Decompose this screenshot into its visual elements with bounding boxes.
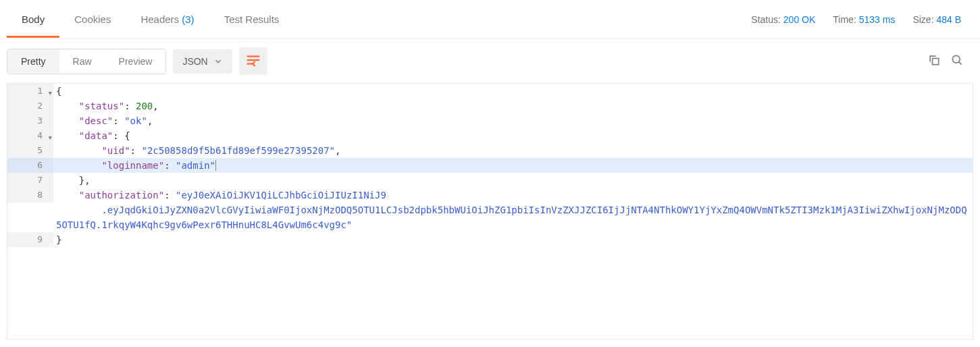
- status-value[interactable]: 200 OK: [783, 14, 815, 25]
- format-select[interactable]: JSON: [173, 49, 232, 74]
- status-label: Status:: [751, 14, 781, 25]
- size-label: Size:: [912, 14, 933, 25]
- code-content: }: [53, 232, 973, 247]
- tab-test-results[interactable]: Test Results: [209, 1, 294, 37]
- line-number: 2: [7, 99, 53, 113]
- tab-headers-label: Headers: [140, 14, 179, 25]
- line-number: 1▼: [7, 84, 53, 99]
- line-number: 3: [7, 113, 53, 128]
- format-select-label: JSON: [182, 56, 207, 67]
- time-label: Time:: [833, 14, 856, 25]
- code-content: "authorization": "eyJ0eXAiOiJKV1QiLCJhbG…: [53, 188, 973, 232]
- response-tabs-row: Body Cookies Headers (3) Test Results St…: [0, 0, 980, 39]
- search-button[interactable]: [950, 53, 964, 69]
- size-value[interactable]: 484 B: [936, 14, 961, 25]
- wrap-icon: [246, 53, 261, 68]
- code-content: },: [53, 173, 973, 188]
- view-raw-button[interactable]: Raw: [59, 49, 105, 74]
- code-content: "data": {: [53, 128, 973, 143]
- svg-line-5: [959, 62, 962, 65]
- body-toolbar: Pretty Raw Preview JSON: [0, 39, 980, 80]
- line-number: 9: [7, 232, 53, 247]
- time-block: Time: 5133 ms: [833, 14, 895, 25]
- time-value[interactable]: 5133 ms: [859, 14, 896, 25]
- code-content: "status": 200,: [53, 99, 973, 113]
- code-content: "desc": "ok",: [53, 113, 973, 128]
- line-number: 8: [7, 188, 53, 203]
- tab-body[interactable]: Body: [7, 1, 59, 37]
- tab-cookies[interactable]: Cookies: [59, 1, 126, 37]
- line-number: 7: [7, 173, 53, 188]
- status-block: Status: 200 OK: [751, 14, 815, 25]
- tab-headers-count: (3): [182, 14, 194, 25]
- response-meta: Status: 200 OK Time: 5133 ms Size: 484 B: [751, 14, 973, 25]
- view-mode-group: Pretty Raw Preview: [7, 49, 166, 74]
- response-body-editor[interactable]: 1▼ { 2 "status": 200, 3 "desc": "ok", 4▼…: [7, 83, 973, 340]
- line-number: 6: [7, 158, 53, 173]
- tab-headers[interactable]: Headers (3): [126, 1, 209, 37]
- wrap-lines-button[interactable]: [239, 47, 267, 75]
- response-tabs: Body Cookies Headers (3) Test Results: [7, 1, 294, 37]
- code-content: {: [53, 84, 973, 99]
- line-number: 5: [7, 143, 53, 158]
- chevron-down-icon: [213, 57, 223, 66]
- line-number: 4▼: [7, 128, 53, 143]
- size-block: Size: 484 B: [912, 14, 961, 25]
- copy-icon: [927, 53, 941, 67]
- view-preview-button[interactable]: Preview: [105, 49, 166, 74]
- svg-point-4: [952, 55, 960, 63]
- view-pretty-button[interactable]: Pretty: [7, 49, 59, 74]
- toolbar-right: [927, 53, 973, 69]
- copy-button[interactable]: [927, 53, 941, 69]
- svg-rect-3: [933, 59, 939, 65]
- search-icon: [950, 53, 964, 67]
- text-cursor: [215, 160, 216, 171]
- code-content: "uid": "2c50858d9f5b61fd89ef599e27395207…: [53, 143, 973, 158]
- code-content: "loginname": "admin": [53, 158, 973, 173]
